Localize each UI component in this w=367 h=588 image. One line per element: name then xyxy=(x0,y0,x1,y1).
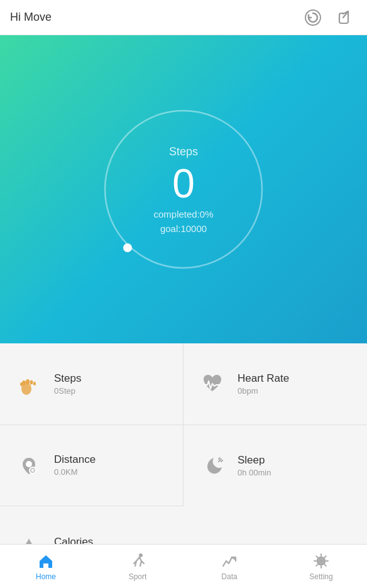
heart-rate-icon xyxy=(199,370,226,397)
refresh-button[interactable] xyxy=(302,6,324,29)
distance-icon xyxy=(15,452,43,479)
heart-rate-val: 0bpm xyxy=(238,386,289,396)
steps-value: 0 xyxy=(153,164,213,204)
nav-sport[interactable]: Sport xyxy=(92,545,184,588)
completed-text: completed:0% xyxy=(153,209,213,219)
steps-circle: Steps 0 completed:0% goal:10000 xyxy=(96,101,271,277)
nav-sport-label: Sport xyxy=(129,572,147,581)
stat-sleep[interactable]: Sleep 0h 00min xyxy=(184,425,367,507)
data-icon xyxy=(221,552,238,570)
nav-data-label: Data xyxy=(221,572,237,581)
heart-rate-info: Heart Rate 0bpm xyxy=(238,372,289,396)
heart-rate-name: Heart Rate xyxy=(238,372,289,385)
hero-section: Steps 0 completed:0% goal:10000 xyxy=(0,35,367,343)
stat-distance[interactable]: Distance 0.0KM xyxy=(0,425,184,507)
circle-dot xyxy=(123,243,132,252)
sleep-icon xyxy=(199,452,226,479)
svg-point-6 xyxy=(30,380,33,385)
nav-setting-label: Setting xyxy=(309,572,332,581)
steps-name: Steps xyxy=(54,372,81,385)
header-actions xyxy=(302,6,357,29)
app-title: Hi Move xyxy=(10,11,52,24)
bottom-nav: Home Sport Data xyxy=(0,544,367,588)
header: Hi Move xyxy=(0,0,367,35)
share-icon xyxy=(337,9,354,26)
svg-point-5 xyxy=(26,379,30,384)
sleep-val: 0h 00min xyxy=(238,468,271,477)
steps-label: Steps xyxy=(153,145,213,158)
nav-home[interactable]: Home xyxy=(0,545,92,588)
distance-info: Distance 0.0KM xyxy=(54,453,96,477)
goal-text: goal:10000 xyxy=(153,223,213,234)
sport-icon xyxy=(129,552,146,570)
circle-content: Steps 0 completed:0% goal:10000 xyxy=(153,145,213,234)
svg-point-9 xyxy=(26,461,32,467)
steps-icon xyxy=(15,370,43,397)
svg-point-15 xyxy=(319,559,323,563)
stat-steps[interactable]: Steps 0Step xyxy=(0,343,184,425)
steps-info: Steps 0Step xyxy=(54,372,81,396)
app-container: Hi Move xyxy=(0,0,367,588)
nav-setting[interactable]: Setting xyxy=(275,545,367,588)
steps-val: 0Step xyxy=(54,386,81,396)
sleep-info: Sleep 0h 00min xyxy=(238,454,271,477)
home-icon xyxy=(37,552,55,570)
svg-point-11 xyxy=(31,469,34,472)
content-area: Steps 0 completed:0% goal:10000 xyxy=(0,35,367,588)
svg-point-0 xyxy=(305,10,320,25)
share-button[interactable] xyxy=(334,6,357,29)
setting-icon xyxy=(312,552,330,570)
distance-val: 0.0KM xyxy=(54,467,96,477)
stat-heart-rate[interactable]: Heart Rate 0bpm xyxy=(184,343,367,425)
sleep-name: Sleep xyxy=(238,454,271,467)
nav-home-label: Home xyxy=(36,572,56,581)
nav-data[interactable]: Data xyxy=(184,545,275,588)
svg-point-8 xyxy=(20,382,23,386)
distance-name: Distance xyxy=(54,453,96,466)
refresh-icon xyxy=(304,9,322,26)
svg-point-7 xyxy=(33,382,36,386)
